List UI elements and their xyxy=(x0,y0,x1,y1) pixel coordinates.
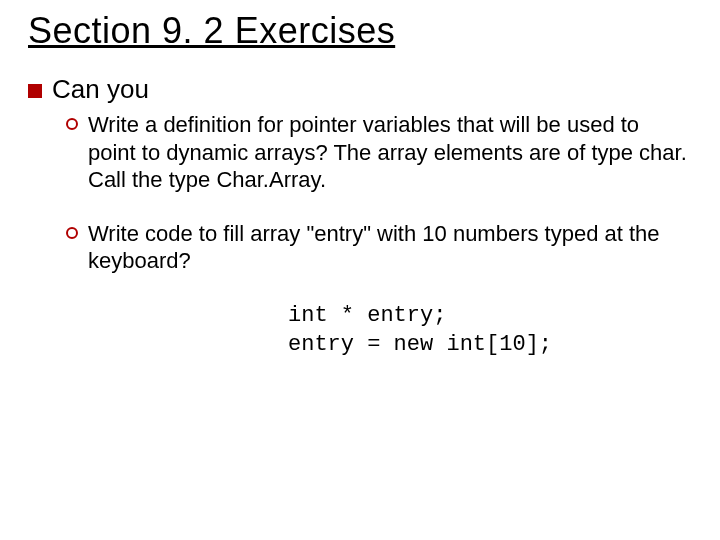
code-block: int * entry; entry = new int[10]; xyxy=(288,301,692,360)
list-item: Can you xyxy=(28,74,692,105)
slide-title: Section 9. 2 Exercises xyxy=(28,10,692,52)
circle-bullet-icon xyxy=(66,118,78,130)
list-item: Write code to fill array "entry" with 10… xyxy=(66,220,692,275)
square-bullet-icon xyxy=(28,84,42,98)
level1-text: Can you xyxy=(52,74,149,105)
bullet-text: Write code to fill array "entry" with 10… xyxy=(88,220,692,275)
bullet-text: Write a definition for pointer variables… xyxy=(88,111,692,194)
circle-bullet-icon xyxy=(66,227,78,239)
list-item: Write a definition for pointer variables… xyxy=(66,111,692,194)
slide: Section 9. 2 Exercises Can you Write a d… xyxy=(0,0,720,380)
